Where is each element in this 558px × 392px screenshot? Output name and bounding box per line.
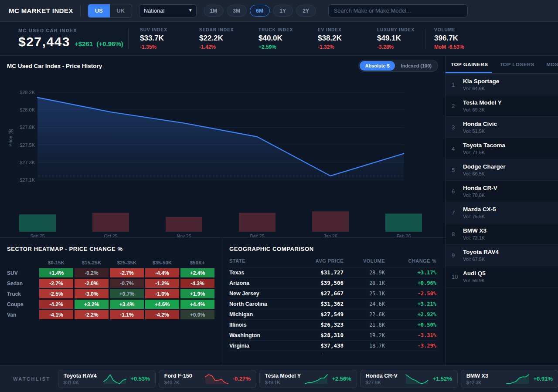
mover-rank: 6 xyxy=(452,188,463,195)
heatmap-cell: +1.4% xyxy=(39,268,73,277)
mover-rank: 8 xyxy=(452,231,463,237)
mover-list-item[interactable]: 5Dodge ChargerVol: 66.5K xyxy=(446,159,558,181)
region-uk-button[interactable]: UK xyxy=(110,4,132,17)
index-stat-label: SUV INDEX xyxy=(140,27,188,32)
geo-column-header: STATE xyxy=(229,258,289,264)
mover-volume: Vol: 64.6K xyxy=(463,86,499,91)
watchlist-card-price: $49.1K xyxy=(265,380,301,385)
geo-table-row: Texas$31,72728.9K+3.17% xyxy=(229,267,436,277)
mover-name: Audi Q5 xyxy=(463,270,486,277)
index-stat-change: -1.35% xyxy=(140,44,188,50)
geo-change: -3.31% xyxy=(385,332,436,338)
scope-select[interactable]: National xyxy=(139,4,197,17)
volume-bar xyxy=(166,217,202,232)
main-area: MC Used Car Index - Price History Absolu… xyxy=(0,56,558,365)
watchlist-card[interactable]: Toyota RAV4$31.0K+0.53% xyxy=(58,370,156,388)
chart-title: MC Used Car Index - Price History xyxy=(7,63,102,69)
heatmap-column-header: $0-15K xyxy=(39,260,73,265)
mover-list-item[interactable]: 4Toyota TacomaVol: 71.5K xyxy=(446,138,558,159)
timeframe-1m-button[interactable]: 1M xyxy=(204,5,224,17)
x-axis-tick: Oct 25 xyxy=(104,233,118,237)
geo-column-header: CHANGE % xyxy=(385,258,436,264)
primary-index-value: $27,443 xyxy=(18,34,70,49)
sparkline-chart xyxy=(304,372,328,385)
index-stat-label: LUXURY INDEX xyxy=(377,27,425,32)
volume-bar xyxy=(239,213,276,232)
mover-list-item[interactable]: 1Kia SportageVol: 64.6K xyxy=(446,74,558,95)
geo-table-header: STATEAVG PRICEVOLUMECHANGE % xyxy=(229,258,436,267)
index-stats: SUV INDEX$33.7K-1.35%SEDAN INDEX$22.2K-1… xyxy=(129,27,425,50)
heatmap-row-label: Van xyxy=(7,312,38,318)
tab-top-gainers[interactable]: TOP GAINERS xyxy=(451,62,488,67)
primary-index-stat: MC USED CAR INDEX $27,443 +$261 (+0.96%) xyxy=(0,28,128,49)
mover-rank: 2 xyxy=(452,103,463,109)
movers-list: 1Kia SportageVol: 64.6K2Tesla Model YVol… xyxy=(446,74,558,287)
mover-name: Toyota RAV4 xyxy=(463,249,499,255)
heatmap-cell: -0.2% xyxy=(75,268,109,277)
watchlist-card[interactable]: Honda CR-V$27.8K+1.52% xyxy=(360,370,458,388)
heatmap-row-label: Truck xyxy=(7,291,38,297)
mover-name: Toyota Tacoma xyxy=(463,142,505,149)
watchlist-card-price: $31.0K xyxy=(64,380,100,385)
index-stat-change: -1.42% xyxy=(199,44,247,50)
heatmap-row-label: Sedan xyxy=(7,280,38,287)
search-input[interactable] xyxy=(328,4,468,17)
watchlist-card[interactable]: Tesla Model Y$49.1K+2.56% xyxy=(259,370,357,388)
timeframe-1y-button[interactable]: 1Y xyxy=(273,5,293,17)
mover-name: Dodge Charger xyxy=(463,163,506,170)
mover-list-item[interactable]: 10Audi Q5Vol: 59.9K xyxy=(446,266,558,287)
y-axis-tick: $27.8K xyxy=(20,125,35,130)
chart-toggle-indexed[interactable]: Indexed (100) xyxy=(396,61,437,71)
lower-sections: SECTOR HEATMAP - PRICE CHANGE % $0-15K$1… xyxy=(0,237,445,365)
left-column: MC Used Car Index - Price History Absolu… xyxy=(0,56,446,365)
watchlist-card-change: +0.91% xyxy=(533,375,552,382)
geo-avg-price: $27,667 xyxy=(289,290,344,297)
mover-list-item[interactable]: 8BMW X3Vol: 72.1K xyxy=(446,223,558,245)
heatmap-cell: +1.9% xyxy=(180,289,214,298)
top-bar: MC MARKET INDEX USUK National ▼ 1M3M6M1Y… xyxy=(0,0,558,22)
sparkline-chart xyxy=(405,372,429,385)
index-stat-value: $33.7K xyxy=(140,34,188,43)
watchlist-card-name: Tesla Model Y xyxy=(265,373,301,379)
geo-avg-price: $37,438 xyxy=(289,342,344,349)
timeframe-2y-button[interactable]: 2Y xyxy=(296,5,316,17)
tab-most-active[interactable]: MOST ACTIVE xyxy=(546,62,558,67)
mover-volume: Vol: 78.8K xyxy=(463,193,497,198)
geo-title: GEOGRAPHIC COMPARISON xyxy=(229,246,436,252)
mover-list-item[interactable]: 3Honda CivicVol: 51.5K xyxy=(446,117,558,138)
geo-state: New Jersey xyxy=(229,291,289,297)
geo-change: -2.50% xyxy=(385,291,436,297)
heatmap-cell: +4.4% xyxy=(180,300,214,309)
volume-label: VOLUME xyxy=(434,27,491,32)
timeframe-3m-button[interactable]: 3M xyxy=(227,5,247,17)
volume-bar xyxy=(385,213,422,232)
y-axis-tick: $27.5K xyxy=(20,142,35,148)
geo-avg-price: $33,648 xyxy=(289,353,344,354)
geographic-panel: GEOGRAPHIC COMPARISON STATEAVG PRICEVOLU… xyxy=(223,238,445,365)
heatmap-cell: -4.2% xyxy=(145,310,179,319)
geo-state: Texas xyxy=(229,270,289,276)
heatmap-cell: +3.2% xyxy=(75,300,109,309)
region-us-button[interactable]: US xyxy=(88,4,110,17)
mover-list-item[interactable]: 2Tesla Model YVol: 69.3K xyxy=(446,95,558,117)
price-history-panel: MC Used Car Index - Price History Absolu… xyxy=(0,56,445,237)
watchlist-card-price: $27.8K xyxy=(366,380,402,385)
watchlist-card[interactable]: Ford F-150$40.7K-0.27% xyxy=(159,370,256,388)
heatmap-row-label: Coupe xyxy=(7,301,38,308)
sparkline-chart xyxy=(506,372,530,385)
index-stat-label: TRUCK INDEX xyxy=(259,27,306,32)
index-stat-label: EV INDEX xyxy=(318,27,366,32)
sparkline-chart xyxy=(103,372,127,385)
mover-list-item[interactable]: 6Honda CR-VVol: 78.8K xyxy=(446,181,558,202)
index-stat: EV INDEX$38.2K-1.32% xyxy=(306,27,366,50)
watchlist-card[interactable]: BMW X3$42.3K+0.91% xyxy=(461,370,558,388)
timeframe-6m-button[interactable]: 6M xyxy=(250,5,270,17)
mover-list-item[interactable]: 9Toyota RAV4Vol: 67.5K xyxy=(446,245,558,266)
mover-name: Mazda CX-5 xyxy=(463,206,496,213)
mover-list-item[interactable]: 7Mazda CX-5Vol: 75.5K xyxy=(446,202,558,223)
geo-state: Washington xyxy=(229,332,289,338)
geo-change: -3.29% xyxy=(385,343,436,349)
chart-toggle-absolute[interactable]: Absolute $ xyxy=(360,61,395,71)
tab-top-losers[interactable]: TOP LOSERS xyxy=(500,62,534,67)
y-axis-tick: $28.2K xyxy=(20,90,35,95)
